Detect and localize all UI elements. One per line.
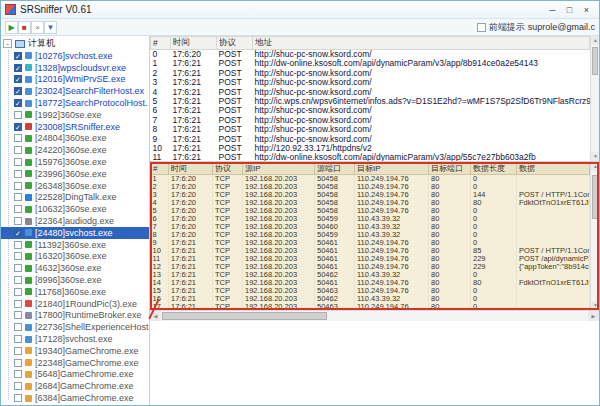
process-tree-item[interactable]: [22528]DingTalk.exe <box>1 192 149 204</box>
process-tree-item[interactable]: [10632]360se.exe <box>1 203 149 215</box>
scroll-thumb[interactable] <box>592 175 598 219</box>
process-tree-item[interactable]: [19340]GameChrome.exe <box>1 345 149 357</box>
process-tree-item[interactable]: [15976]360se.exe <box>1 156 149 168</box>
table-row[interactable]: 617:6:20TCP192.168.20.20350459110.43.39.… <box>151 215 590 223</box>
process-checkbox[interactable] <box>14 276 22 284</box>
process-tree-item[interactable]: [22348]GameChrome.exe <box>1 357 149 369</box>
scroll-thumb[interactable] <box>592 47 598 75</box>
column-header[interactable]: 数据 <box>517 163 590 175</box>
process-checkbox[interactable] <box>14 300 22 308</box>
process-tree-item[interactable]: [4632]360se.exe <box>1 262 149 274</box>
process-tree-item[interactable]: [24804]360se.exe <box>1 133 149 145</box>
packets-scrollbar[interactable]: ▲ ▼ <box>590 162 599 310</box>
column-header[interactable]: 源端口 <box>315 163 355 175</box>
column-header[interactable]: 源IP <box>243 163 315 175</box>
column-header[interactable]: 协议 <box>217 37 253 50</box>
table-row[interactable]: 1017:6:21TCP192.168.20.20350461110.249.1… <box>151 247 590 255</box>
table-row[interactable]: 717:6:21POSThttp://shuc-pc-snow.ksord.co… <box>151 116 590 125</box>
process-tree-item[interactable]: [1992]360se.exe <box>1 109 149 121</box>
column-header[interactable]: # <box>151 163 169 175</box>
tree-expander-icon[interactable]: - <box>3 39 12 48</box>
minimize-button[interactable]: ─ <box>544 5 561 15</box>
scroll-left-icon[interactable]: ◀ <box>150 311 161 321</box>
hint-checkbox[interactable] <box>477 23 486 32</box>
table-row[interactable]: 1117:6:21TCP192.168.20.20350461110.249.1… <box>151 255 590 263</box>
process-tree-item[interactable]: [24220]360se.exe <box>1 144 149 156</box>
process-checkbox[interactable] <box>14 134 22 142</box>
table-row[interactable]: 917:6:21TCP192.168.20.20350461110.249.19… <box>151 239 590 247</box>
process-tree-item[interactable]: ✓ [1328]wpscloudsvr.exe <box>1 62 149 74</box>
process-checkbox[interactable] <box>14 347 22 355</box>
table-row[interactable]: 217:6:21POSThttp://shuc-pc-snow.ksord.co… <box>151 69 590 78</box>
table-row[interactable]: 1617:6:21TCP192.168.20.20350462110.43.39… <box>151 295 590 303</box>
table-row[interactable]: 1117:6:21POSThttp://dw-online.ksosoft.co… <box>151 153 590 162</box>
process-checkbox[interactable] <box>14 111 22 119</box>
process-checkbox[interactable]: ✓ <box>14 229 22 237</box>
table-row[interactable]: 1317:6:21TCP192.168.20.20350462110.43.39… <box>151 271 590 279</box>
process-checkbox[interactable] <box>14 217 22 225</box>
column-header[interactable]: # <box>151 37 171 50</box>
table-row[interactable]: 517:6:21POSThttp://ic.wps.cn/wpsv6intern… <box>151 97 590 106</box>
scroll-thumb[interactable] <box>162 312 327 320</box>
column-header[interactable]: 目标IP <box>355 163 429 175</box>
close-button[interactable]: × <box>578 5 595 15</box>
table-row[interactable]: 317:6:20TCP192.168.20.20350458110.249.19… <box>151 191 590 199</box>
process-tree-item[interactable]: [23996]360se.exe <box>1 168 149 180</box>
process-tree-item[interactable]: [6384]GameChrome.exe <box>1 392 149 404</box>
table-row[interactable]: 817:6:20TCP192.168.20.20350459110.43.39.… <box>151 231 590 239</box>
process-checkbox[interactable] <box>14 382 22 390</box>
table-row[interactable]: 017:6:20POSThttp://shuc-pc-snow.ksord.co… <box>151 50 590 60</box>
column-header[interactable]: 时间 <box>171 37 217 50</box>
process-checkbox[interactable] <box>14 146 22 154</box>
scroll-down-icon[interactable]: ▼ <box>591 152 599 161</box>
process-checkbox[interactable] <box>14 158 22 166</box>
process-tree-item[interactable]: [21840]1RoundPic(3).exe <box>1 298 149 310</box>
tree-root[interactable]: - 计算机 <box>1 37 149 50</box>
process-tree-item[interactable]: [11392]360se.exe <box>1 239 149 251</box>
process-tree-item[interactable]: ✓ [24480]svchost.exe <box>1 227 149 239</box>
table-row[interactable]: 817:6:21POSThttp://shuc-pc-snow.ksord.co… <box>151 125 590 134</box>
process-checkbox[interactable] <box>14 288 22 296</box>
process-tree-item[interactable]: [16320]360se.exe <box>1 251 149 263</box>
process-tree-item[interactable]: [2684]GameChrome.exe <box>1 380 149 392</box>
process-tree-item[interactable]: [26348]360se.exe <box>1 180 149 192</box>
process-checkbox[interactable] <box>14 182 22 190</box>
process-tree-item[interactable]: [17128]svchost.exe <box>1 333 149 345</box>
scroll-up-icon[interactable]: ▲ <box>591 36 599 45</box>
stop-capture-icon[interactable]: ■ <box>18 21 31 34</box>
save-icon[interactable]: ▼ <box>44 21 57 34</box>
process-checkbox[interactable] <box>14 370 22 378</box>
process-checkbox[interactable]: ✓ <box>14 75 22 83</box>
table-row[interactable]: 317:6:21POSThttp://shuc-pc-snow.ksord.co… <box>151 78 590 87</box>
table-row[interactable]: 1717:6:21TCP192.168.20.20350463110.249.1… <box>151 303 590 310</box>
table-row[interactable]: 117:6:21POSThttp://dw-online.ksosoft.com… <box>151 59 590 68</box>
table-row[interactable]: 217:6:20TCP192.168.20.20350458110.249.19… <box>151 183 590 191</box>
process-tree-item[interactable]: [22364]audiodg.exe <box>1 215 149 227</box>
table-row[interactable]: 417:6:20TCP192.168.20.20350458110.249.19… <box>151 199 590 207</box>
clear-icon[interactable]: × <box>31 21 44 34</box>
table-row[interactable]: 617:6:21POSThttp://shuc-pc-snow.ksord.co… <box>151 106 590 115</box>
column-header[interactable]: 目标端口 <box>429 163 471 175</box>
process-tree-item[interactable]: ✓ [23024]SearchFilterHost.ex <box>1 85 149 97</box>
process-checkbox[interactable]: ✓ <box>14 123 22 131</box>
start-capture-icon[interactable]: ▶ <box>5 21 18 34</box>
requests-scrollbar[interactable]: ▲ ▼ <box>590 36 599 161</box>
scroll-up-icon[interactable]: ▲ <box>591 162 599 171</box>
table-row[interactable]: 1017:6:21POSThttp://120.92.33.171/httpdn… <box>151 144 590 153</box>
process-tree-item[interactable]: ✓ [12016]WmiPrvSE.exe <box>1 74 149 86</box>
process-tree-item[interactable]: [22736]ShellExperienceHost <box>1 321 149 333</box>
maximize-button[interactable]: □ <box>561 5 578 15</box>
process-checkbox[interactable] <box>14 323 22 331</box>
process-tree-item[interactable]: ✓ [18772]SearchProtocolHost. <box>1 97 149 109</box>
process-checkbox[interactable] <box>14 264 22 272</box>
process-checkbox[interactable] <box>14 193 22 201</box>
column-header[interactable]: 协议 <box>213 163 243 175</box>
table-row[interactable]: 917:6:21POSThttp://shuc-pc-snow.ksord.co… <box>151 135 590 144</box>
process-checkbox[interactable] <box>14 205 22 213</box>
scroll-down-icon[interactable]: ▼ <box>591 301 599 310</box>
process-tree-item[interactable]: [8996]360se.exe <box>1 274 149 286</box>
table-row[interactable]: 1517:6:21TCP192.168.20.20350463110.249.1… <box>151 287 590 295</box>
horizontal-scrollbar[interactable]: ◀ ▶ <box>150 310 599 321</box>
column-header[interactable]: 数据长度 <box>471 163 517 175</box>
process-checkbox[interactable] <box>14 241 22 249</box>
